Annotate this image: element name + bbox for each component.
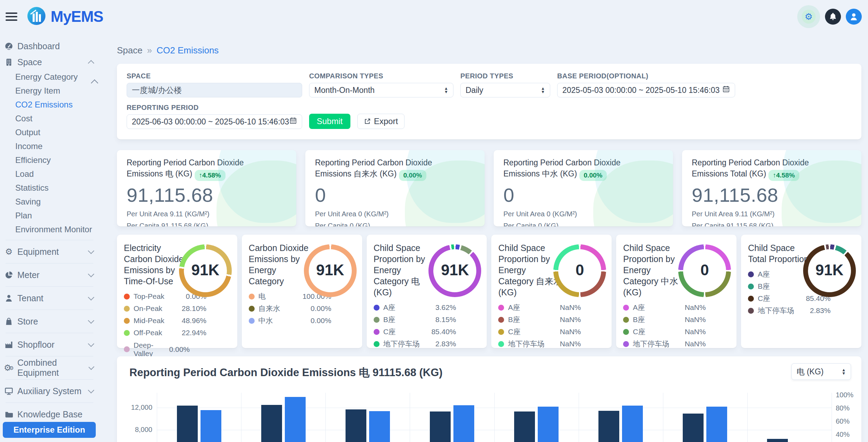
donut-card-title: Electricity Carbon Dioxide Emissions by …: [124, 242, 188, 287]
chevron-down-icon: [88, 248, 94, 254]
legend-dot: [124, 330, 130, 336]
legend-dot: [748, 308, 754, 314]
sidebar-item-tenant[interactable]: Tenant: [0, 290, 99, 306]
sidebar-item-efficiency[interactable]: Efficiency: [0, 153, 99, 167]
legend-item: C座85.40%: [374, 328, 456, 336]
gridline-horizontal: [157, 430, 832, 430]
sidebar-item-space[interactable]: Space: [0, 54, 99, 70]
divider: [6, 356, 93, 356]
donut-card-child-space-reclaimed-water: Child Space Proportion by Energy Categor…: [616, 235, 737, 348]
notifications-button[interactable]: [825, 9, 841, 25]
legend-item: 地下停车场NaN%: [623, 340, 706, 348]
sidebar-item-label: Space: [17, 57, 42, 67]
reporting-period-label: REPORTING PERIOD: [127, 104, 302, 112]
legend-dot: [748, 296, 754, 302]
sidebar-item-combined-equipment[interactable]: ⚙⚙ Combined Equipment: [0, 360, 99, 376]
sidebar-item-statistics[interactable]: Statistics: [0, 181, 99, 195]
sidebar-item-label: Auxiliary System: [17, 386, 82, 396]
folder-icon: [4, 410, 14, 419]
sidebar-item-label: Combined Equipment: [17, 358, 86, 378]
donut-chart: 91K: [304, 244, 357, 297]
submit-button[interactable]: Submit: [309, 114, 350, 129]
sidebar-item-environment-monitor[interactable]: Environment Monitor: [0, 223, 99, 236]
legend-dot: [623, 317, 629, 323]
sidebar-space-children: Energy Category Energy Item CO2 Emission…: [0, 70, 99, 236]
sidebar-item-label: Tenant: [17, 293, 43, 303]
chevron-down-icon: [88, 387, 94, 393]
energy-category-select-value: 电 (KG): [797, 366, 824, 377]
donut-card-title: Child Space Proportion by Energy Categor…: [623, 242, 687, 298]
donut-center-value: 0: [678, 261, 731, 279]
legend-dot: [623, 305, 629, 311]
user-avatar[interactable]: [846, 9, 862, 25]
legend-item: A座NaN%: [623, 303, 706, 312]
base-period-label: BASE PERIOD(OPTIONAL): [557, 72, 735, 80]
sidebar-item-energy-item[interactable]: Energy Item: [0, 84, 99, 98]
sidebar-item-income[interactable]: Income: [0, 139, 99, 153]
settings-button[interactable]: ⚙: [797, 5, 820, 28]
space-label: SPACE: [127, 72, 302, 80]
donut-center-value: 91K: [304, 261, 357, 279]
stat-card-total: Reporting Period Carbon Dioxide Emission…: [682, 150, 861, 226]
donut-legend: A座3.62% B座8.15% C座85.40% 地下停车场2.83%: [374, 303, 456, 348]
legend-item: Off-Peak22.94%: [124, 329, 206, 337]
sidebar-item-co2-emissions[interactable]: CO2 Emissions: [0, 98, 99, 112]
enterprise-edition-button[interactable]: Enterprise Edition: [3, 422, 96, 438]
bell-icon: [828, 12, 837, 21]
bar-base-period: [430, 411, 451, 442]
sidebar-item-shopfloor[interactable]: Shopfloor: [0, 337, 99, 353]
building-icon: [4, 58, 14, 67]
donut-chart: 0: [678, 244, 731, 297]
sidebar-item-auxiliary-system[interactable]: Auxiliary System: [0, 383, 99, 399]
user-icon: [849, 12, 859, 21]
bar-reporting-period: [706, 407, 727, 442]
energy-category-select[interactable]: 电 (KG) ▲▼: [791, 363, 851, 380]
sidebar-item-cost[interactable]: Cost: [0, 112, 99, 125]
sidebar-item-equipment[interactable]: ⚙ Equipment: [0, 244, 99, 260]
sidebar-item-saving[interactable]: Saving: [0, 195, 99, 209]
donut-card-title: Child Space Total Proportion: [748, 242, 812, 265]
gridline-horizontal: [157, 408, 832, 408]
reporting-period-value: 2025-06-03 00:00:00 ~ 2025-06-10 15:46:0…: [132, 117, 289, 127]
pie-chart-icon: [4, 270, 14, 280]
hamburger-menu-icon[interactable]: [6, 12, 17, 21]
sidebar-item-dashboard[interactable]: Dashboard: [0, 38, 99, 54]
gauge-icon: [4, 42, 14, 51]
gears-icon: ⚙⚙: [4, 363, 14, 373]
period-types-label: PERIOD TYPES: [460, 72, 550, 80]
export-button[interactable]: Export: [357, 114, 405, 129]
donut-chart: 91K: [803, 244, 856, 297]
sidebar-item-plan[interactable]: Plan: [0, 209, 99, 223]
sidebar-item-label: Shopfloor: [17, 340, 54, 350]
sidebar-item-knowledge-base[interactable]: Knowledge Base: [0, 406, 99, 422]
legend-dot: [249, 294, 255, 300]
stat-cards-row: Reporting Period Carbon Dioxide Emission…: [117, 150, 861, 226]
legend-item: C座85.40%: [748, 294, 831, 303]
reporting-period-input[interactable]: 2025-06-03 00:00:00 ~ 2025-06-10 15:46:0…: [127, 114, 302, 129]
y-axis-tick: 12,000: [117, 404, 152, 411]
brand-name: MyEMS: [51, 8, 103, 25]
sidebar-item-output[interactable]: Output: [0, 125, 99, 139]
legend-dot: [498, 341, 504, 347]
legend-dot: [249, 318, 255, 324]
sidebar-item-energy-category[interactable]: Energy Category: [0, 70, 99, 84]
breadcrumb-parent[interactable]: Space: [117, 45, 143, 56]
sidebar-item-store[interactable]: Store: [0, 313, 99, 329]
select-arrows-icon: ▲▼: [444, 87, 448, 94]
bar-base-period: [598, 411, 619, 442]
donut-card-child-space-electricity: Child Space Proportion by Energy Categor…: [367, 235, 487, 348]
brand-logo[interactable]: MyEMS: [27, 7, 103, 27]
legend-dot: [374, 317, 380, 323]
space-input[interactable]: 一度城/办公楼: [127, 83, 302, 97]
breadcrumb-current[interactable]: CO2 Emissions: [156, 45, 219, 56]
stat-card-electricity: Reporting Period Carbon Dioxide Emission…: [117, 150, 296, 226]
divider: [6, 402, 93, 403]
sidebar-item-load[interactable]: Load: [0, 167, 99, 181]
bar-base-period: [177, 406, 198, 442]
comparison-types-select[interactable]: Month-On-Month ▲▼: [309, 83, 453, 97]
gridline-vertical: [241, 393, 241, 442]
sidebar-item-meter[interactable]: Meter: [0, 267, 99, 283]
gridline-vertical: [832, 393, 832, 442]
base-period-input[interactable]: 2025-05-03 00:00:00 ~ 2025-05-10 15:46:0…: [557, 83, 735, 97]
period-types-select[interactable]: Daily ▲▼: [460, 83, 550, 97]
